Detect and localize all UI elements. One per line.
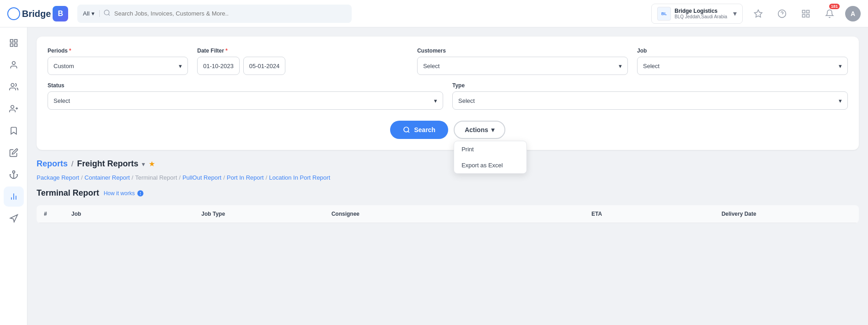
- company-name: Bridge Logistics: [675, 8, 729, 14]
- svg-rect-7: [803, 14, 805, 17]
- report-links: Package Report / Container Report / Term…: [37, 174, 859, 181]
- user-avatar[interactable]: A: [845, 6, 861, 21]
- col-delivery-date: Delivery Date: [722, 211, 852, 217]
- search-input[interactable]: [114, 10, 347, 17]
- breadcrumb-reports-link[interactable]: Reports: [37, 159, 68, 169]
- job-label: Job: [637, 48, 848, 54]
- periods-select[interactable]: Custom ▾: [48, 57, 188, 75]
- svg-rect-12: [14, 44, 17, 47]
- company-sub: BLQ Jeddah,Saudi Arabia: [675, 14, 729, 19]
- search-icon: [103, 9, 111, 18]
- report-link-terminal: Terminal Report: [135, 174, 177, 181]
- notifications-button[interactable]: 181: [821, 5, 838, 22]
- svg-rect-8: [807, 14, 809, 17]
- job-value: Select: [643, 63, 659, 69]
- sep-2: /: [132, 174, 134, 181]
- type-label: Type: [452, 82, 848, 89]
- customers-value: Select: [423, 63, 439, 69]
- search-dropdown-arrow: ▾: [91, 10, 95, 17]
- main-layout: Periods * Custom ▾ Date Filter *: [0, 27, 868, 325]
- sidebar: [0, 27, 27, 325]
- report-title: Terminal Report: [37, 188, 99, 198]
- periods-required: *: [69, 48, 71, 54]
- report-link-portin[interactable]: Port In Report: [227, 174, 264, 181]
- bridge-logo-icon: B: [53, 6, 68, 21]
- status-group: Status Select ▾: [48, 82, 443, 110]
- svg-point-24: [404, 127, 409, 132]
- search-button-icon: [403, 126, 410, 133]
- report-link-package[interactable]: Package Report: [37, 174, 79, 181]
- report-link-locationinport[interactable]: Location In Port Report: [269, 174, 330, 181]
- svg-line-25: [408, 131, 410, 133]
- filter-row-2: Status Select ▾ Type Select ▾: [48, 82, 848, 110]
- actions-button-label: Actions: [465, 126, 488, 133]
- logo-area[interactable]: Bridge B: [7, 6, 68, 21]
- svg-marker-23: [10, 215, 17, 222]
- date-from-value: 01-10-2023: [203, 63, 234, 69]
- sep-5: /: [266, 174, 268, 181]
- svg-rect-5: [803, 10, 805, 13]
- svg-point-15: [11, 106, 14, 109]
- sep-4: /: [223, 174, 225, 181]
- breadcrumb-current: Freight Reports: [77, 159, 138, 169]
- date-to-input[interactable]: 05-01-2024: [243, 57, 286, 75]
- actions-button-arrow: ▾: [491, 126, 494, 133]
- sidebar-item-dashboard[interactable]: [4, 33, 24, 53]
- sidebar-item-navigation[interactable]: [4, 208, 24, 229]
- content-area: Periods * Custom ▾ Date Filter *: [27, 27, 868, 325]
- customers-group: Customers Select ▾: [417, 48, 628, 75]
- date-from-input[interactable]: 01-10-2023: [197, 57, 240, 75]
- sidebar-item-reports[interactable]: [4, 186, 24, 207]
- sidebar-item-edit[interactable]: [4, 143, 24, 163]
- help-button[interactable]: [774, 5, 790, 22]
- favorites-button[interactable]: [750, 5, 766, 22]
- job-dropdown-arrow: ▾: [839, 63, 842, 69]
- date-to-value: 05-01-2024: [249, 63, 280, 69]
- report-link-pullout[interactable]: PullOut Report: [182, 174, 221, 181]
- actions-dropdown-menu: Print Export as Excel: [454, 141, 527, 174]
- periods-dropdown-arrow: ▾: [179, 63, 182, 69]
- notifications-badge: 181: [829, 4, 840, 9]
- type-select[interactable]: Select ▾: [452, 91, 848, 110]
- date-inputs: 01-10-2023 05-01-2024: [197, 57, 408, 75]
- search-category-dropdown[interactable]: All ▾: [83, 10, 99, 17]
- job-select[interactable]: Select ▾: [637, 57, 848, 75]
- breadcrumb-dropdown-arrow[interactable]: ▾: [142, 160, 145, 168]
- svg-point-0: [104, 10, 109, 15]
- customers-label: Customers: [417, 48, 628, 54]
- sidebar-item-bookmark[interactable]: [4, 121, 24, 141]
- type-dropdown-arrow: ▾: [839, 97, 842, 104]
- type-group: Type Select ▾: [452, 82, 848, 110]
- action-print[interactable]: Print: [454, 141, 526, 157]
- sidebar-item-anchor[interactable]: [4, 165, 24, 185]
- logo-circle-icon: [7, 7, 20, 20]
- favorite-star-icon[interactable]: ★: [149, 160, 155, 168]
- global-search-bar[interactable]: All ▾: [77, 5, 352, 23]
- search-button-label: Search: [414, 126, 435, 133]
- top-nav: Bridge B All ▾ BL Bridge Logistics BLQ J…: [0, 0, 868, 27]
- sidebar-item-add-user[interactable]: [4, 99, 24, 119]
- col-job: Job: [71, 211, 201, 217]
- sidebar-item-users[interactable]: [4, 55, 24, 75]
- search-button[interactable]: Search: [390, 121, 448, 139]
- company-selector[interactable]: BL Bridge Logistics BLQ Jeddah,Saudi Ara…: [651, 4, 743, 24]
- actions-button[interactable]: Actions ▾: [454, 121, 505, 139]
- sep-3: /: [179, 174, 181, 181]
- date-required: *: [225, 48, 228, 54]
- status-select[interactable]: Select ▾: [48, 91, 443, 110]
- customers-select[interactable]: Select ▾: [417, 57, 628, 75]
- status-dropdown-arrow: ▾: [434, 97, 437, 104]
- svg-point-14: [11, 84, 14, 87]
- col-job-type: Job Type: [201, 211, 331, 217]
- report-link-container[interactable]: Container Report: [85, 174, 130, 181]
- type-value: Select: [458, 97, 475, 104]
- apps-button[interactable]: [798, 5, 814, 22]
- action-export-excel[interactable]: Export as Excel: [454, 157, 526, 173]
- table-container: # Job Job Type Consignee ETA Delivery Da…: [37, 205, 859, 223]
- how-it-works-link[interactable]: How it works: [104, 190, 144, 197]
- sidebar-item-team[interactable]: [4, 77, 24, 97]
- filter-row-1: Periods * Custom ▾ Date Filter *: [48, 48, 848, 75]
- svg-line-1: [108, 14, 110, 16]
- periods-label: Periods *: [48, 48, 188, 54]
- customers-dropdown-arrow: ▾: [619, 63, 622, 69]
